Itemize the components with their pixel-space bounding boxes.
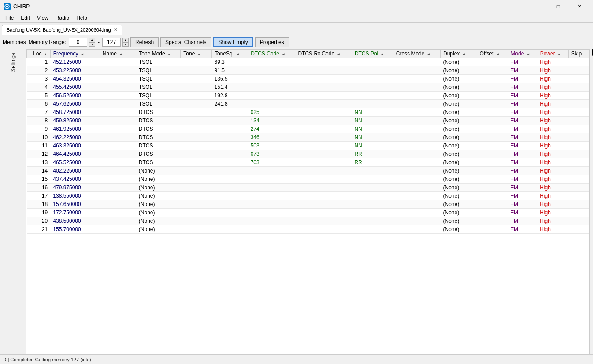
table-cell: High: [537, 167, 568, 175]
col-header-freq[interactable]: Frequency ◄: [50, 50, 100, 58]
table-row[interactable]: 8459.825000DTCS134NN(None)FMHigh: [27, 117, 589, 125]
status-bar: [0] Completed Getting memory 127 (idle): [0, 354, 593, 364]
refresh-button[interactable]: Refresh: [130, 37, 159, 47]
table-row[interactable]: 20438.500000(None)(None)FMHigh: [27, 217, 589, 225]
table-cell: High: [537, 209, 568, 217]
table-cell: [181, 100, 212, 108]
table-row[interactable]: 2453.225000TSQL91.5(None)FMHigh: [27, 66, 589, 75]
col-header-dtcsrx[interactable]: DTCS Rx Code ◄: [295, 50, 352, 58]
col-header-dtcs[interactable]: DTCS Code ◄: [248, 50, 295, 58]
minimize-button[interactable]: ─: [527, 0, 547, 13]
table-cell: [295, 66, 352, 75]
table-cell: [568, 217, 589, 225]
table-row[interactable]: 3454.325000TSQL136.5(None)FMHigh: [27, 75, 589, 83]
memory-end-input[interactable]: [102, 38, 121, 47]
table-cell: [393, 75, 440, 83]
table-row[interactable]: 4455.425000TSQL151.4(None)FMHigh: [27, 83, 589, 92]
menu-help[interactable]: Help: [73, 14, 91, 22]
properties-button[interactable]: Properties: [255, 37, 289, 47]
show-empty-button[interactable]: Show Empty: [213, 37, 253, 47]
table-cell: FM: [508, 142, 537, 150]
table-cell: [352, 92, 393, 100]
tab-close-button[interactable]: ✕: [114, 27, 118, 33]
table-row[interactable]: 7458.725000DTCS025NN(None)FMHigh: [27, 108, 589, 117]
col-header-dtcspol[interactable]: DTCS Pol ◄: [352, 50, 393, 58]
table-cell: [212, 125, 248, 133]
end-spin-down[interactable]: ▼: [122, 42, 129, 47]
menu-radio[interactable]: Radio: [52, 14, 73, 22]
col-header-name[interactable]: Name ◄: [100, 50, 136, 58]
col-header-tonesql[interactable]: ToneSql ◄: [212, 50, 248, 58]
settings-label: Settings: [8, 51, 18, 74]
end-spin-up[interactable]: ▲: [122, 38, 129, 42]
table-cell: [352, 66, 393, 75]
col-header-offset[interactable]: Offset ◄: [477, 50, 508, 58]
table-cell: High: [537, 66, 568, 75]
col-header-loc[interactable]: Loc ▲: [27, 50, 51, 58]
menu-edit[interactable]: Edit: [17, 14, 33, 22]
table-cell: 172.750000: [50, 209, 100, 217]
table-cell: [568, 100, 589, 108]
table-cell: [295, 58, 352, 66]
table-cell: [477, 100, 508, 108]
table-row[interactable]: 12464.425000DTCS073RR(None)FMHigh: [27, 150, 589, 158]
table-cell: [295, 217, 352, 225]
table-row[interactable]: 17138.550000(None)(None)FMHigh: [27, 192, 589, 200]
table-cell: [352, 192, 393, 200]
table-area[interactable]: Loc ▲ Frequency ◄ Name ◄ Tone Mode ◄ Ton…: [26, 49, 589, 354]
menu-bar: File Edit View Radio Help: [0, 13, 593, 23]
table-row[interactable]: 14402.225000(None)(None)FMHigh: [27, 167, 589, 175]
start-spinner: ▲ ▼: [89, 38, 95, 47]
start-spin-up[interactable]: ▲: [89, 38, 95, 42]
col-header-cross[interactable]: Cross Mode ◄: [393, 50, 440, 58]
tab-main[interactable]: Baofeng UV-5X: Baofeng_UV-5X_20200604.im…: [2, 25, 122, 35]
table-cell: [477, 217, 508, 225]
col-header-mode[interactable]: Mode ◄: [508, 50, 537, 58]
table-row[interactable]: 13465.525000DTCS703RR(None)FMHigh: [27, 158, 589, 167]
table-row[interactable]: 9461.925000DTCS274NN(None)FMHigh: [27, 125, 589, 133]
col-header-duplex[interactable]: Duplex ◄: [441, 50, 477, 58]
table-row[interactable]: 21155.700000(None)(None)FMHigh: [27, 225, 589, 234]
menu-file[interactable]: File: [2, 14, 17, 22]
table-cell: [248, 192, 295, 200]
table-row[interactable]: 16479.975000(None)(None)FMHigh: [27, 184, 589, 192]
table-row[interactable]: 11463.325000DTCS503NN(None)FMHigh: [27, 142, 589, 150]
table-row[interactable]: 10462.225000DTCS346NN(None)FMHigh: [27, 133, 589, 142]
start-spin-down[interactable]: ▼: [89, 42, 95, 47]
table-cell: [352, 58, 393, 66]
table-cell: 19: [27, 209, 51, 217]
content-area: Settings Loc ▲ Frequency ◄ Name ◄ Tone M…: [0, 49, 593, 354]
table-cell: 437.425000: [50, 175, 100, 184]
close-button[interactable]: ✕: [569, 0, 589, 13]
col-header-tonemode[interactable]: Tone Mode ◄: [136, 50, 181, 58]
menu-view[interactable]: View: [33, 14, 52, 22]
table-cell: [248, 83, 295, 92]
table-cell: [181, 66, 212, 75]
table-cell: DTCS: [136, 158, 181, 167]
col-header-power[interactable]: Power ◄: [537, 50, 568, 58]
right-resize-handle[interactable]: ▐: [589, 49, 593, 354]
toolbar: Memories Memory Range: ▲ ▼ - ▲ ▼ Refresh…: [0, 35, 593, 49]
maximize-button[interactable]: □: [548, 0, 568, 13]
table-row[interactable]: 5456.525000TSQL192.8(None)FMHigh: [27, 92, 589, 100]
table-row[interactable]: 15437.425000(None)(None)FMHigh: [27, 175, 589, 184]
table-row[interactable]: 18157.650000(None)(None)FMHigh: [27, 200, 589, 209]
table-row[interactable]: 19172.750000(None)(None)FMHigh: [27, 209, 589, 217]
settings-sidebar[interactable]: Settings: [0, 49, 26, 354]
table-cell: [393, 142, 440, 150]
table-row[interactable]: 1452.125000TSQL69.3(None)FMHigh: [27, 58, 589, 66]
table-cell: [352, 209, 393, 217]
table-cell: FM: [508, 175, 537, 184]
table-cell: High: [537, 75, 568, 83]
memory-start-input[interactable]: [69, 38, 87, 47]
special-channels-button[interactable]: Special Channels: [160, 37, 211, 47]
table-cell: (None): [136, 175, 181, 184]
table-cell: FM: [508, 83, 537, 92]
col-header-skip[interactable]: Skip: [568, 50, 589, 58]
col-header-tone[interactable]: Tone ◄: [181, 50, 212, 58]
table-cell: 20: [27, 217, 51, 225]
table-cell: 16: [27, 184, 51, 192]
table-row[interactable]: 6457.625000TSQL241.8(None)FMHigh: [27, 100, 589, 108]
table-cell: 458.725000: [50, 108, 100, 117]
table-cell: [248, 58, 295, 66]
